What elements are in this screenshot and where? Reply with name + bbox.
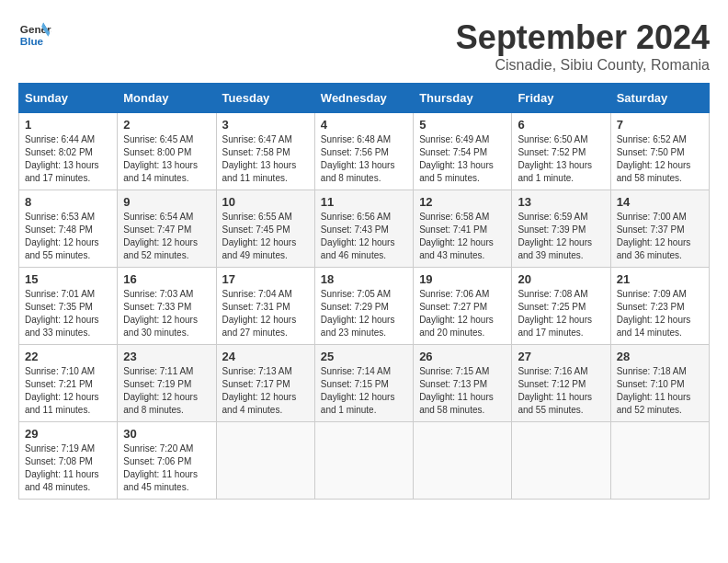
day-info: Sunrise: 7:11 AM Sunset: 7:19 PM Dayligh… — [123, 365, 210, 417]
calendar-cell: 10Sunrise: 6:55 AM Sunset: 7:45 PM Dayli… — [216, 190, 314, 268]
day-info: Sunrise: 7:04 AM Sunset: 7:31 PM Dayligh… — [222, 288, 309, 339]
day-number: 30 — [123, 427, 210, 441]
calendar-cell: 5Sunrise: 6:49 AM Sunset: 7:54 PM Daylig… — [414, 113, 512, 190]
weekday-header-row: SundayMondayTuesdayWednesdayThursdayFrid… — [19, 84, 710, 113]
logo-icon: General Blue — [18, 18, 51, 52]
location-title: Cisnadie, Sibiu County, Romania — [456, 57, 710, 74]
calendar-cell: 22Sunrise: 7:10 AM Sunset: 7:21 PM Dayli… — [19, 345, 118, 422]
day-number: 2 — [123, 118, 210, 132]
day-number: 14 — [617, 195, 703, 209]
day-info: Sunrise: 6:45 AM Sunset: 8:00 PM Dayligh… — [123, 133, 210, 185]
calendar-cell: 3Sunrise: 6:47 AM Sunset: 7:58 PM Daylig… — [216, 113, 314, 190]
day-info: Sunrise: 6:50 AM Sunset: 7:52 PM Dayligh… — [518, 133, 604, 185]
weekday-header-sunday: Sunday — [19, 84, 118, 113]
day-number: 21 — [617, 272, 703, 286]
day-number: 18 — [321, 272, 407, 286]
calendar-week-4: 22Sunrise: 7:10 AM Sunset: 7:21 PM Dayli… — [19, 345, 710, 422]
day-info: Sunrise: 7:08 AM Sunset: 7:25 PM Dayligh… — [518, 288, 604, 339]
day-number: 6 — [518, 118, 604, 132]
day-info: Sunrise: 6:58 AM Sunset: 7:41 PM Dayligh… — [419, 211, 506, 262]
calendar-cell: 21Sunrise: 7:09 AM Sunset: 7:23 PM Dayli… — [610, 268, 709, 345]
day-info: Sunrise: 6:48 AM Sunset: 7:56 PM Dayligh… — [321, 133, 407, 185]
calendar-cell — [216, 422, 314, 500]
day-info: Sunrise: 6:52 AM Sunset: 7:50 PM Dayligh… — [617, 133, 703, 185]
calendar-cell: 19Sunrise: 7:06 AM Sunset: 7:27 PM Dayli… — [414, 268, 512, 345]
day-info: Sunrise: 7:14 AM Sunset: 7:15 PM Dayligh… — [321, 365, 407, 417]
day-number: 8 — [25, 195, 111, 209]
day-info: Sunrise: 6:59 AM Sunset: 7:39 PM Dayligh… — [518, 211, 604, 262]
day-info: Sunrise: 7:10 AM Sunset: 7:21 PM Dayligh… — [25, 365, 111, 417]
calendar-cell: 17Sunrise: 7:04 AM Sunset: 7:31 PM Dayli… — [216, 268, 314, 345]
calendar-cell: 28Sunrise: 7:18 AM Sunset: 7:10 PM Dayli… — [610, 345, 709, 422]
day-number: 22 — [25, 350, 111, 363]
calendar-week-3: 15Sunrise: 7:01 AM Sunset: 7:35 PM Dayli… — [19, 268, 710, 345]
title-section: September 2024 Cisnadie, Sibiu County, R… — [456, 18, 710, 74]
page-header: General Blue September 2024 Cisnadie, Si… — [18, 18, 710, 74]
weekday-header-wednesday: Wednesday — [314, 84, 413, 113]
calendar-cell: 8Sunrise: 6:53 AM Sunset: 7:48 PM Daylig… — [19, 190, 118, 268]
day-info: Sunrise: 7:09 AM Sunset: 7:23 PM Dayligh… — [617, 288, 703, 339]
calendar-cell: 24Sunrise: 7:13 AM Sunset: 7:17 PM Dayli… — [216, 345, 314, 422]
day-number: 3 — [222, 118, 309, 132]
logo: General Blue — [18, 18, 51, 52]
calendar-cell: 29Sunrise: 7:19 AM Sunset: 7:08 PM Dayli… — [19, 422, 118, 500]
calendar-cell: 7Sunrise: 6:52 AM Sunset: 7:50 PM Daylig… — [610, 113, 709, 190]
day-number: 28 — [617, 350, 703, 363]
calendar-cell: 18Sunrise: 7:05 AM Sunset: 7:29 PM Dayli… — [314, 268, 413, 345]
day-number: 29 — [25, 427, 111, 441]
day-number: 12 — [419, 195, 506, 209]
calendar-cell: 9Sunrise: 6:54 AM Sunset: 7:47 PM Daylig… — [118, 190, 216, 268]
day-number: 7 — [617, 118, 703, 132]
calendar-week-1: 1Sunrise: 6:44 AM Sunset: 8:02 PM Daylig… — [19, 113, 710, 190]
calendar-cell: 13Sunrise: 6:59 AM Sunset: 7:39 PM Dayli… — [512, 190, 610, 268]
calendar-cell: 14Sunrise: 7:00 AM Sunset: 7:37 PM Dayli… — [610, 190, 709, 268]
day-info: Sunrise: 7:15 AM Sunset: 7:13 PM Dayligh… — [419, 365, 506, 417]
calendar-cell: 1Sunrise: 6:44 AM Sunset: 8:02 PM Daylig… — [19, 113, 118, 190]
weekday-header-thursday: Thursday — [414, 84, 512, 113]
day-info: Sunrise: 7:19 AM Sunset: 7:08 PM Dayligh… — [25, 442, 111, 494]
calendar-cell: 6Sunrise: 6:50 AM Sunset: 7:52 PM Daylig… — [512, 113, 610, 190]
calendar-week-2: 8Sunrise: 6:53 AM Sunset: 7:48 PM Daylig… — [19, 190, 710, 268]
day-number: 26 — [419, 350, 506, 363]
calendar-cell: 4Sunrise: 6:48 AM Sunset: 7:56 PM Daylig… — [314, 113, 413, 190]
calendar-cell: 23Sunrise: 7:11 AM Sunset: 7:19 PM Dayli… — [118, 345, 216, 422]
day-info: Sunrise: 7:00 AM Sunset: 7:37 PM Dayligh… — [617, 211, 703, 262]
calendar-table: SundayMondayTuesdayWednesdayThursdayFrid… — [18, 83, 710, 500]
day-number: 5 — [419, 118, 506, 132]
day-info: Sunrise: 7:16 AM Sunset: 7:12 PM Dayligh… — [518, 365, 604, 417]
day-number: 16 — [123, 272, 210, 286]
month-title: September 2024 — [456, 18, 710, 57]
calendar-cell: 2Sunrise: 6:45 AM Sunset: 8:00 PM Daylig… — [118, 113, 216, 190]
weekday-header-monday: Monday — [118, 84, 216, 113]
calendar-cell: 12Sunrise: 6:58 AM Sunset: 7:41 PM Dayli… — [414, 190, 512, 268]
day-number: 9 — [123, 195, 210, 209]
weekday-header-tuesday: Tuesday — [216, 84, 314, 113]
calendar-cell: 25Sunrise: 7:14 AM Sunset: 7:15 PM Dayli… — [314, 345, 413, 422]
calendar-cell — [314, 422, 413, 500]
day-info: Sunrise: 7:03 AM Sunset: 7:33 PM Dayligh… — [123, 288, 210, 339]
day-info: Sunrise: 6:44 AM Sunset: 8:02 PM Dayligh… — [25, 133, 111, 185]
day-info: Sunrise: 7:20 AM Sunset: 7:06 PM Dayligh… — [123, 442, 210, 494]
day-number: 25 — [321, 350, 407, 363]
calendar-cell: 30Sunrise: 7:20 AM Sunset: 7:06 PM Dayli… — [118, 422, 216, 500]
day-number: 11 — [321, 195, 407, 209]
calendar-cell — [414, 422, 512, 500]
svg-text:Blue: Blue — [20, 35, 44, 47]
calendar-cell: 15Sunrise: 7:01 AM Sunset: 7:35 PM Dayli… — [19, 268, 118, 345]
calendar-cell: 16Sunrise: 7:03 AM Sunset: 7:33 PM Dayli… — [118, 268, 216, 345]
calendar-cell — [512, 422, 610, 500]
weekday-header-friday: Friday — [512, 84, 610, 113]
day-info: Sunrise: 6:49 AM Sunset: 7:54 PM Dayligh… — [419, 133, 506, 185]
day-number: 24 — [222, 350, 309, 363]
day-number: 17 — [222, 272, 309, 286]
calendar-cell: 26Sunrise: 7:15 AM Sunset: 7:13 PM Dayli… — [414, 345, 512, 422]
day-number: 23 — [123, 350, 210, 363]
day-info: Sunrise: 6:55 AM Sunset: 7:45 PM Dayligh… — [222, 211, 309, 262]
day-info: Sunrise: 7:06 AM Sunset: 7:27 PM Dayligh… — [419, 288, 506, 339]
day-number: 15 — [25, 272, 111, 286]
day-info: Sunrise: 6:53 AM Sunset: 7:48 PM Dayligh… — [25, 211, 111, 262]
calendar-cell: 20Sunrise: 7:08 AM Sunset: 7:25 PM Dayli… — [512, 268, 610, 345]
day-info: Sunrise: 7:18 AM Sunset: 7:10 PM Dayligh… — [617, 365, 703, 417]
calendar-cell: 11Sunrise: 6:56 AM Sunset: 7:43 PM Dayli… — [314, 190, 413, 268]
day-number: 10 — [222, 195, 309, 209]
